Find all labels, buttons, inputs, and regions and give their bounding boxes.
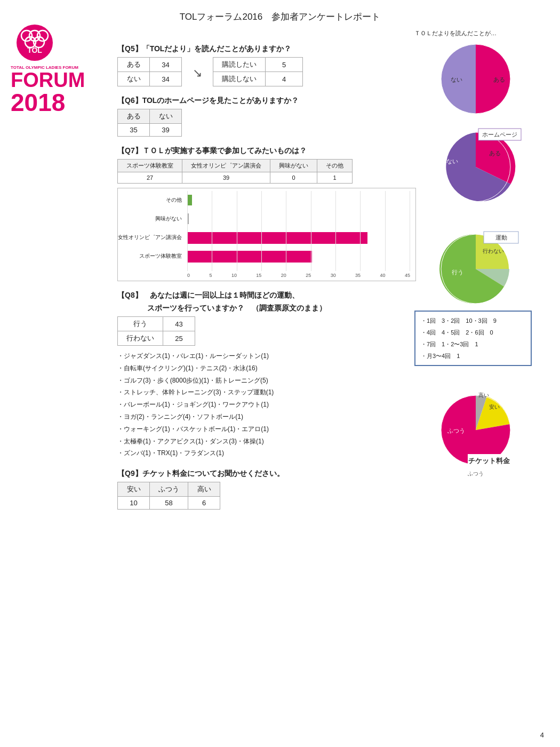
q7-v4: 1 [317,172,353,184]
svg-text:ホームページ: ホームページ [482,131,517,138]
q7-table: スポーツ体験教室 女性オリンピ゜アン講演会 興味がない その他 27 39 0 … [117,159,353,184]
q8-row2-value: 25 [163,331,195,346]
svg-text:行う: 行う [452,269,463,276]
svg-text:ない: ない [451,76,462,83]
svg-text:TOL: TOL [27,46,42,54]
q9-h2: ふつう [150,482,188,497]
freq-line2: ・4回 4・5回 2・6回 0 [421,327,525,338]
right-charts-col: ＴＯＬだよりを読んだことが… ない ある [414,29,550,485]
q9-pie-chart: ふつう 安い 高い チケット料金 ふつう [414,377,537,483]
q9-v1: 10 [118,497,150,510]
freq-line4: ・月3〜4回 1 [421,350,525,362]
q8-section: 【Q8】 あなたは週に一回以上は１時間ほどの運動、 スポーツを行っていますか？ … [117,291,400,459]
q9-table: 安い ふつう 高い 10 58 6 [117,482,220,510]
svg-text:安い: 安い [489,404,500,410]
q5-sub2-label: 購読しない [213,72,266,86]
q5-chart-block: ＴＯＬだよりを読んだことが… ない ある [414,29,550,121]
q5-sub2-value: 4 [266,72,303,86]
q8-freq-box: ・1回 3・2回 10・3回 9 ・4回 4・5回 2・6回 0 ・7回 1・2… [414,311,532,366]
q5-sub-table: 購読したい 5 購読しない 4 [213,57,303,86]
q6-label: 【Q6】TOLのホームページを見たことがありますか？ [117,96,400,106]
q5-row2-label: ない [118,72,150,86]
q7-section: 【Q7】ＴＯＬが実施する事業で参加してみたいものは？ スポーツ体験教室 女性オリ… [117,146,400,281]
freq-line1: ・1回 3・2回 10・3回 9 [421,315,525,327]
q7-v2: 39 [182,172,270,184]
q8-activities: ・ジャズダンス(1)・バレエ(1)・ルーシーダットン(1) ・自転車(サイクリン… [117,350,400,459]
q9-v2: 58 [150,497,188,510]
q8-label-line1: 【Q8】 あなたは週に一回以上は１時間ほどの運動、 [117,291,400,300]
q7-label: 【Q7】ＴＯＬが実施する事業で参加してみたいものは？ [117,146,400,156]
svg-text:ある: ある [489,150,501,156]
q7-v1: 27 [118,172,182,184]
q5-arrow: ↘ [193,66,202,80]
q7-h3: 興味がない [270,160,317,172]
svg-text:ある: ある [493,76,505,83]
q7-h4: その他 [317,160,353,172]
q8-row1-label: 行う [118,317,163,331]
q5-row1-value: 34 [150,58,182,72]
main-content: 【Q5】「TOLだより」を読んだことがありますか？ ある 34 ない 34 ↘ [117,44,400,510]
q6-val-nai: 39 [150,124,182,137]
q9-h3: 高い [188,482,220,497]
bar-label-kyomi: 興味がない [118,215,185,222]
q7-bar-chart: その他 興味がない 女性オリンピ゜アン講演会 スポーツ体験教室 05101520… [117,188,416,281]
svg-text:運動: 運動 [495,234,507,241]
x-axis: 051015202530354045 [187,273,410,278]
q6-table: ある ない 35 39 [117,109,182,137]
q9-h1: 安い [118,482,150,497]
q5-chart-title: ＴＯＬだよりを読んだことが… [414,29,550,37]
forum-text: FORUM [11,70,109,90]
q6-val-aru: 35 [118,124,150,137]
svg-text:行わない: 行わない [483,248,504,254]
q9-chart-block: ふつう 安い 高い チケット料金 ふつう [414,377,550,485]
q8-pie-chart: 行わない 行う 運動 [414,221,537,314]
q8-row1-value: 43 [163,317,195,331]
logo-area: TOL TOTAL OLYMPIC LADIES FORUM FORUM 201… [11,24,109,115]
tol-logo: TOL [11,24,59,61]
page-number: 4 [540,731,544,739]
q5-label: 【Q5】「TOLだより」を読んだことがありますか？ [117,44,400,54]
q5-row1-label: ある [118,58,150,72]
q6-header-aru: ある [118,109,150,124]
q6-header-nai: ない [150,109,182,124]
freq-line3: ・7回 1・2〜3回 1 [421,338,525,350]
q5-section: 【Q5】「TOLだより」を読んだことがありますか？ ある 34 ない 34 ↘ [117,44,400,86]
svg-text:高い: 高い [478,392,489,398]
page-title: TOLフォーラム2016 参加者アンケートレポート [16,11,544,23]
q8-label-line2: スポーツを行っていますか？ （調査票原文のまま） [117,304,400,313]
forum-year: 2018 [11,90,109,115]
q8-table: 行う 43 行わない 25 [117,316,195,346]
bar-label-sonota: その他 [118,196,185,204]
q9-v3: 6 [188,497,220,510]
q5-pie-chart: ない ある [414,39,537,119]
forum-label-area: TOTAL OLYMPIC LADIES FORUM FORUM 2018 [11,65,109,115]
bar-label-sports: スポーツ体験教室 [118,252,185,260]
q6-section: 【Q6】TOLのホームページを見たことがありますか？ ある ない 35 39 [117,96,400,137]
q6-chart-block: ない ある ホームページ [414,123,550,213]
q6-pie-chart: ない ある ホームページ [414,123,537,211]
svg-text:ない: ない [446,158,458,164]
q5-sub1-value: 5 [266,58,303,72]
svg-text:ふつう: ふつう [467,471,484,476]
bar-label-joseitol: 女性オリンピ゜アン講演会 [118,234,185,241]
q8-row2-label: 行わない [118,331,163,346]
q7-h1: スポーツ体験教室 [118,160,182,172]
grid-lines [187,191,410,271]
svg-text:ふつう: ふつう [447,427,465,434]
q7-v3: 0 [270,172,317,184]
svg-text:チケット料金: チケット料金 [468,457,510,465]
q8-chart-block: 行わない 行う 運動 ・1回 3・2回 10・3回 9 ・4回 4・5回 2・6… [414,221,550,366]
q5-row2-value: 34 [150,72,182,86]
q9-label: 【Q9】チケット料金についてお聞かせください。 [117,469,400,479]
q7-h2: 女性オリンピ゜アン講演会 [182,160,270,172]
q9-section: 【Q9】チケット料金についてお聞かせください。 安い ふつう 高い 10 58 … [117,469,400,510]
q5-table: ある 34 ない 34 [117,57,182,86]
q5-sub1-label: 購読したい [213,58,266,72]
